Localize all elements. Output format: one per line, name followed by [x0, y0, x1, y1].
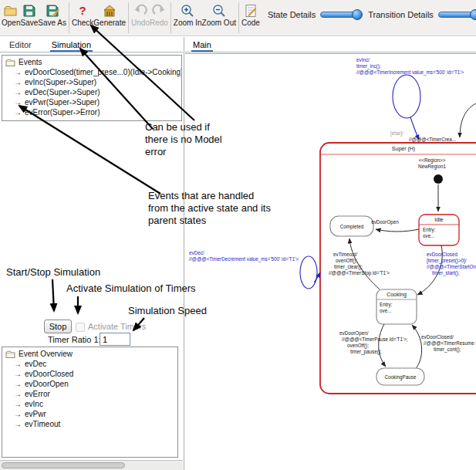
save-label: Save [20, 19, 38, 27]
transition-cooking-pause[interactable] [379, 324, 386, 367]
events-tree-root[interactable]: Events [2, 56, 181, 67]
event-overview-panel: Event Overview →evDec →evDoorClosed →evD… [2, 347, 178, 458]
tab-simulation[interactable]: Simulation [50, 39, 93, 52]
label-timer-create: //@@@<TimerCrea... [409, 137, 456, 142]
idle-entry-action: ove... [423, 233, 435, 238]
state-idle[interactable]: Idle Entry: ove... [419, 215, 459, 245]
overview-item[interactable]: →evError [2, 389, 177, 399]
tree-arrow-icon: → [14, 380, 22, 388]
label-evtimeout-action2: timer_clear(); [334, 264, 363, 270]
redo-button[interactable]: Redo [150, 2, 168, 27]
tree-arrow-icon: → [14, 420, 22, 428]
state-details-slider[interactable] [320, 9, 360, 20]
statechart[interactable]: evInc/ timer_inc(); //@@@<TimerIncrement… [185, 54, 476, 470]
check-button[interactable]: ? Check [72, 2, 93, 27]
open-button[interactable]: Open [2, 2, 20, 27]
state-details-slider-thumb[interactable] [352, 9, 363, 20]
zoom-out-button[interactable]: Zoom Out [202, 2, 236, 27]
cooking-entry-label: Entry: [380, 302, 393, 308]
transition-idle-completed[interactable] [376, 229, 419, 232]
label-evdooropen: evDoorOpen [371, 219, 399, 225]
overview-item[interactable]: →evPwr [2, 409, 177, 419]
left-tab-bar: Editor Simulation [0, 37, 183, 52]
activate-timers-checkbox[interactable] [76, 323, 85, 332]
label-evdoorclosed-action: timer_start(); [432, 270, 460, 276]
window: { "toolbar": { "open": "Open", "save": "… [0, 0, 476, 470]
toolbar: Open Save Save As ? Check Generate Undo … [0, 0, 476, 36]
activate-timers-label: Activate Timers [88, 322, 146, 331]
evinc-self-loop[interactable] [393, 75, 420, 118]
overview-item[interactable]: →evDoorClosed [2, 369, 177, 379]
label-evtimeout-action1: ovenOff(); [336, 258, 357, 264]
state-cookingpause-title: CookingPause [385, 374, 417, 380]
tree-arrow-icon: → [14, 400, 22, 408]
label-pause-action1: ovenOff(); [347, 343, 369, 349]
state-cookingpause[interactable]: CookingPause [376, 368, 424, 385]
code-button[interactable]: Code [241, 2, 260, 27]
tree-arrow-icon: → [14, 98, 22, 107]
stop-button[interactable]: Stop [44, 320, 72, 333]
horizontal-scrollbar-thumb[interactable] [2, 462, 125, 468]
initial-state[interactable] [434, 174, 443, 184]
event-item[interactable]: →evDec(Super->Super) [2, 87, 181, 97]
else-transition[interactable] [460, 103, 476, 137]
label-resume-timer: //@@@<TimerResume i... [424, 340, 476, 346]
event-item[interactable]: →evDoorClosed(timer_prese...0)(Idle->Coo… [2, 67, 181, 77]
events-panel: Events →evDoorClosed(timer_prese...0)(Id… [2, 55, 182, 121]
undo-button[interactable]: Undo [131, 2, 150, 27]
toolbar-separator [69, 2, 69, 33]
state-completed[interactable]: Completed [330, 216, 373, 236]
generate-factory-icon [101, 2, 118, 19]
toolbar-separator [128, 2, 129, 33]
annotation-sim-speed: Simulation Speed [128, 305, 207, 317]
state-idle-title: Idle [434, 217, 443, 222]
event-item[interactable]: →evInc(Super->Super) [2, 77, 181, 87]
check-label: Check [72, 19, 93, 27]
label-evdoorclosed: evDoorClosed [427, 252, 457, 257]
label-evtimeout: evTimeout/ [333, 252, 357, 257]
tab-main[interactable]: Main [191, 39, 213, 52]
evdec-self-loop[interactable] [300, 256, 317, 289]
tab-editor[interactable]: Editor [8, 39, 33, 52]
diagram-canvas[interactable]: evInc/ timer_inc(); //@@@<TimerIncrement… [185, 53, 476, 470]
label-pause-action2: timer_pause(); [350, 349, 382, 355]
state-details-control: State Details [268, 9, 360, 20]
annotation-events-handled: Events that are handled from the active … [148, 190, 271, 227]
label-evdoorclosed-guard: [timer_preset()>0]/ [427, 258, 467, 264]
cooking-entry-action: ove... [380, 308, 392, 313]
state-details-label: State Details [268, 10, 316, 19]
toolbar-separator [238, 2, 239, 33]
save-button[interactable]: Save [20, 2, 38, 27]
label-resume-action: timer_cont(); [434, 347, 461, 353]
generate-button[interactable]: Generate [93, 2, 126, 27]
state-cooking[interactable]: Cooking Entry: ove... [376, 289, 417, 324]
code-document-pencil-icon [242, 2, 259, 19]
event-item[interactable]: →evPwr(Super->Super) [2, 97, 181, 107]
event-item[interactable]: →evError(Super->Error) [2, 107, 181, 117]
save-as-button[interactable]: Save As [38, 2, 66, 27]
overview-tree-root[interactable]: Event Overview [2, 347, 177, 359]
zoom-in-button[interactable]: Zoom In [174, 2, 202, 27]
timer-ratio-label: Timer Ratio 1: [48, 335, 101, 344]
overview-item[interactable]: →evDoorOpen [2, 379, 177, 389]
tree-arrow-icon: → [14, 410, 22, 418]
transition-details-slider[interactable] [438, 9, 476, 20]
overview-item[interactable]: →evTimeout [2, 419, 177, 429]
overview-item[interactable]: →evInc [2, 399, 177, 409]
panel-divider[interactable] [184, 37, 184, 470]
label-evinc-action: timer_inc(); [356, 63, 381, 69]
transition-pause-cooking[interactable] [412, 325, 422, 370]
zoom-out-magnifier-icon [211, 2, 228, 19]
label-resume-event: evDoorClosed/ [421, 334, 454, 340]
transition-details-slider-thumb[interactable] [470, 9, 476, 20]
arrow-to-stop-button [52, 279, 54, 311]
redo-arrow-icon [150, 2, 167, 19]
idle-entry-label: Entry: [423, 227, 436, 233]
folder-icon [5, 350, 15, 358]
annotation-model-error: Can be used if there is no Model error [145, 121, 222, 158]
horizontal-scrollbar[interactable] [0, 460, 183, 470]
timer-ratio-input[interactable] [100, 333, 130, 346]
overview-item[interactable]: →evDec [2, 359, 177, 369]
annotation-activate-timers: Activate Simulation of Timers [66, 282, 196, 295]
label-else: [else]/ [390, 130, 403, 137]
